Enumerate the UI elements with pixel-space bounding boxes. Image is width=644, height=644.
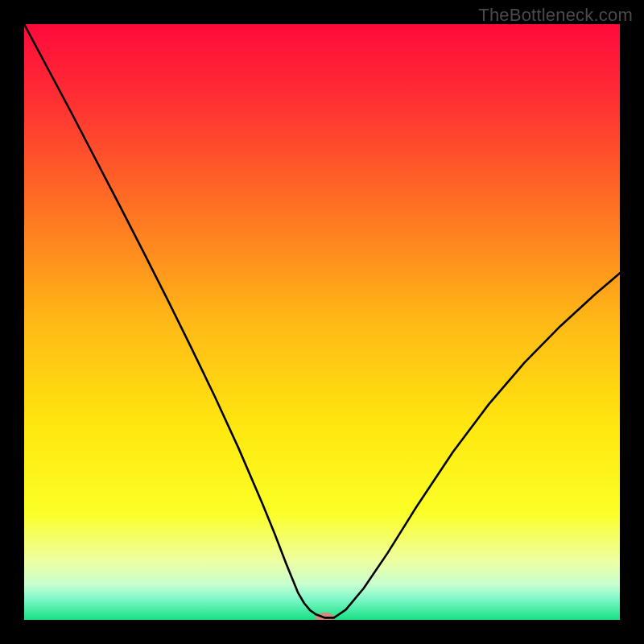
chart-canvas: [24, 24, 620, 620]
watermark-text: TheBottleneck.com: [478, 5, 633, 26]
gradient-background: [24, 24, 620, 620]
chart-frame: TheBottleneck.com: [0, 0, 644, 644]
plot-area: [24, 24, 620, 620]
